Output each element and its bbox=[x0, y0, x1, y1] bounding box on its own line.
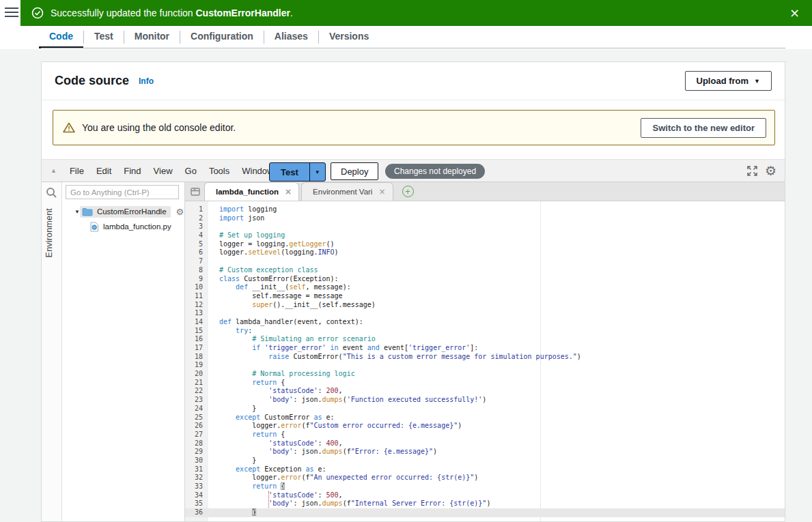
code-line: 17 if 'trigger_error' in event and event… bbox=[185, 344, 785, 353]
line-number: 27 bbox=[185, 431, 208, 439]
test-dropdown-icon[interactable]: ▼ bbox=[309, 163, 325, 181]
code-source-card: Code source Info Upload from ▼ You are u… bbox=[41, 61, 785, 522]
code-line-text: } bbox=[208, 508, 785, 517]
code-line-text: 'statusCode': 500, bbox=[208, 491, 785, 500]
code-editor[interactable]: 1import logging2import json34# Set up lo… bbox=[185, 201, 785, 521]
fullscreen-icon[interactable] bbox=[746, 165, 758, 177]
code-line: 15 try: bbox=[185, 327, 785, 336]
top-strip: Successfully updated the function Custom… bbox=[0, 0, 812, 49]
code-line: 14def lambda_handler(event, context): bbox=[185, 318, 785, 327]
code-line: 35 'body': json.dumps(f"Internal Server … bbox=[185, 499, 785, 508]
tree-disclosure-icon[interactable]: ▼ bbox=[74, 209, 80, 215]
dropdown-caret-icon: ▼ bbox=[754, 78, 760, 85]
nav-tab-monitor[interactable]: Monitor bbox=[124, 26, 180, 48]
tree-file-row[interactable]: lambda_function.py bbox=[62, 219, 184, 234]
code-lines: 1import logging2import json34# Set up lo… bbox=[185, 205, 785, 517]
code-line: 19 bbox=[185, 361, 785, 370]
settings-gear-icon[interactable]: ⚙ bbox=[765, 164, 776, 177]
file-tree-panel: ▼ CustomErrorHandle ⚙▼ lambda_function.p… bbox=[62, 182, 185, 521]
line-number: 30 bbox=[185, 456, 208, 465]
switch-editor-button[interactable]: Switch to the new editor bbox=[641, 118, 766, 138]
hamburger-menu-icon[interactable] bbox=[5, 8, 18, 18]
editor-tabs: lambda_function×Environment Vari× bbox=[185, 182, 395, 201]
line-number: 18 bbox=[185, 353, 208, 362]
tab-close-icon[interactable]: × bbox=[378, 187, 385, 197]
code-line-text: import logging bbox=[208, 205, 785, 214]
code-line-text: # Normal processing logic bbox=[208, 370, 785, 379]
page-title: Code source bbox=[55, 74, 129, 88]
code-line: 36 } bbox=[185, 508, 785, 517]
editor-tab-lambda-function[interactable]: lambda_function× bbox=[204, 182, 299, 201]
menu-item-find[interactable]: Find bbox=[117, 163, 147, 179]
editor-body: Environment ▼ CustomErrorHandle ⚙▼ lambd… bbox=[42, 182, 785, 521]
line-number: 25 bbox=[185, 414, 208, 422]
warning-text: You are using the old console editor. bbox=[82, 122, 236, 133]
nav-tab-configuration[interactable]: Configuration bbox=[180, 26, 264, 48]
code-line: 13 bbox=[185, 309, 785, 318]
line-number: 35 bbox=[185, 499, 208, 508]
menu-item-view[interactable]: View bbox=[148, 163, 179, 179]
code-line-text: super().__init__(self.message) bbox=[208, 301, 785, 310]
deploy-button[interactable]: Deploy bbox=[331, 162, 378, 180]
test-split-button: Test ▼ bbox=[269, 162, 326, 182]
menu-item-go[interactable]: Go bbox=[179, 163, 203, 179]
search-icon[interactable] bbox=[46, 187, 57, 201]
code-line: 12 super().__init__(self.message) bbox=[185, 301, 785, 310]
code-line: 7 bbox=[185, 257, 785, 266]
code-line-text: raise CustomError("This is a custom erro… bbox=[208, 353, 785, 362]
code-line-text bbox=[208, 257, 785, 266]
code-line-text: # Custom exception class bbox=[208, 266, 785, 275]
line-number: 8 bbox=[185, 266, 208, 275]
code-line-text: # Simulating an error scenario bbox=[208, 335, 785, 344]
code-line: 27 return { bbox=[185, 431, 785, 439]
old-editor-warning: You are using the old console editor. Sw… bbox=[53, 110, 775, 145]
line-number: 32 bbox=[185, 474, 208, 482]
line-number: 20 bbox=[185, 370, 208, 379]
nav-tab-test[interactable]: Test bbox=[84, 26, 124, 48]
banner-message: Successfully updated the function Custom… bbox=[51, 8, 293, 18]
upload-from-button[interactable]: Upload from ▼ bbox=[685, 71, 772, 91]
code-source-header: Code source Info Upload from ▼ bbox=[42, 62, 785, 100]
menu-item-tools[interactable]: Tools bbox=[203, 163, 236, 179]
line-number: 11 bbox=[185, 292, 208, 301]
code-line-text: def lambda_handler(event, context): bbox=[208, 318, 785, 327]
code-line-text: if 'trigger_error' in event and event['t… bbox=[208, 344, 785, 353]
environment-tab[interactable]: Environment bbox=[44, 208, 54, 257]
banner-close-icon[interactable]: × bbox=[789, 7, 800, 19]
code-line: 23 'body': json.dumps('Function executed… bbox=[185, 396, 785, 405]
code-line: 32 logger.error(f"An unexpected error oc… bbox=[185, 474, 785, 482]
nav-tab-aliases[interactable]: Aliases bbox=[264, 26, 318, 48]
folder-selected-highlight: CustomErrorHandle bbox=[80, 206, 171, 218]
code-line-text: try: bbox=[208, 327, 785, 336]
code-line: 9class CustomError(Exception): bbox=[185, 275, 785, 284]
line-number: 31 bbox=[185, 465, 208, 474]
code-line-text: } bbox=[208, 456, 785, 465]
warning-triangle-icon bbox=[63, 122, 75, 133]
test-button[interactable]: Test bbox=[270, 163, 309, 181]
menu-collapse-icon[interactable]: ▲ bbox=[51, 167, 57, 174]
code-line-text bbox=[208, 222, 785, 231]
tab-close-icon[interactable]: × bbox=[285, 187, 292, 197]
code-line: 33 return { bbox=[185, 482, 785, 491]
new-tab-plus-icon[interactable]: + bbox=[402, 186, 414, 197]
line-number: 16 bbox=[185, 335, 208, 344]
tabs-list-icon[interactable] bbox=[191, 187, 200, 197]
menu-item-file[interactable]: File bbox=[64, 163, 90, 179]
code-line: 21 return { bbox=[185, 379, 785, 388]
code-line-text bbox=[208, 361, 785, 370]
line-number: 28 bbox=[185, 439, 208, 448]
nav-tab-versions[interactable]: Versions bbox=[319, 26, 379, 48]
menu-item-edit[interactable]: Edit bbox=[90, 163, 117, 179]
line-number: 15 bbox=[185, 327, 208, 336]
tree-folder-row[interactable]: ▼ CustomErrorHandle ⚙▼ bbox=[62, 204, 184, 219]
info-link[interactable]: Info bbox=[139, 76, 154, 86]
line-number: 26 bbox=[185, 422, 208, 431]
code-line-text: 'statusCode': 400, bbox=[208, 439, 785, 448]
python-file-icon bbox=[89, 222, 99, 232]
nav-tab-code[interactable]: Code bbox=[39, 26, 83, 48]
code-line: 34 'statusCode': 500, bbox=[185, 491, 785, 500]
code-line: 10 def __init__(self, message): bbox=[185, 283, 785, 292]
editor-tab-environment-vari[interactable]: Environment Vari× bbox=[301, 182, 393, 201]
code-line-text: def __init__(self, message): bbox=[208, 283, 785, 292]
goto-anything-input[interactable] bbox=[66, 185, 179, 199]
